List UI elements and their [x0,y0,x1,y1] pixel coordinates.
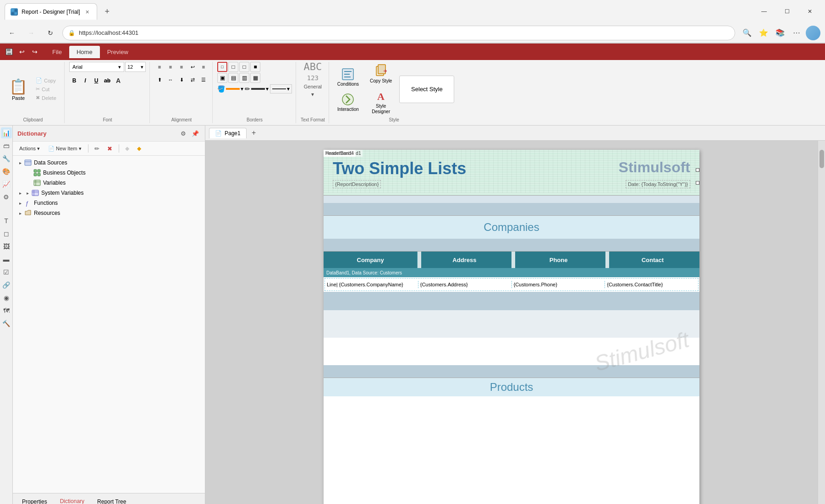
sidebar-icon-styles[interactable]: 🎨 [1,166,12,177]
border-full-btn[interactable]: □ [228,62,238,72]
tab-close-btn[interactable]: × [84,7,91,16]
report-tree-tab[interactable]: Report Tree [92,497,132,504]
sidebar-icon-check[interactable]: ☑ [1,267,12,278]
valign-mid-btn[interactable]: ↔ [165,75,176,85]
undo-indent-btn[interactable]: ↩ [187,62,198,72]
save-quick-btn[interactable] [4,46,15,57]
strikethrough-btn[interactable]: ab [102,76,112,86]
back-btn[interactable]: ← [5,26,19,40]
refresh-btn[interactable]: ↻ [43,26,58,40]
tree-item-business-objects[interactable]: Business Objects [24,168,203,178]
dict-pin-btn[interactable]: 📌 [190,128,200,138]
profile-avatar[interactable] [806,26,820,40]
tree-item-system-variables[interactable]: ▸ ▸ System Variables [15,188,203,198]
col-divider-3[interactable] [605,252,609,268]
conditions-btn[interactable]: Conditions [334,65,363,88]
tree-toggle-data-sources[interactable]: ▸ [16,159,24,166]
font-color-btn[interactable]: A [113,76,123,86]
preview-tab[interactable]: Preview [100,46,136,58]
col-divider-1[interactable] [418,252,421,268]
fill-color-btn[interactable]: 🪣 ▾ [217,85,243,93]
align-left-btn[interactable]: ≡ [154,62,165,72]
sidebar-icon-gauge[interactable]: ◉ [1,292,12,303]
valign-bot-btn[interactable]: ⬇ [176,75,187,85]
valign-top-btn[interactable]: ⬆ [154,75,165,85]
border-top-only-btn[interactable]: □ [217,62,227,72]
border-inner-btn[interactable]: ▣ [217,73,227,83]
maximize-btn[interactable]: ☐ [776,4,798,19]
handle-bot[interactable] [696,181,699,185]
collections-btn[interactable]: 📚 [773,26,787,40]
select-style-btn[interactable]: Select Style [399,76,454,103]
text-dir-btn[interactable]: ⇄ [187,75,198,85]
tree-item-functions[interactable]: ▸ ƒ Functions [15,198,203,208]
address-box[interactable]: 🔒 https://localhost:44301 [62,26,735,40]
right-scrollbar[interactable] [818,141,825,504]
sidebar-icon-chart[interactable]: 📈 [1,179,12,190]
remove-item-btn[interactable]: ✖ [105,143,115,153]
scrollbar-thumb[interactable] [820,150,824,168]
sidebar-icon-text[interactable]: T [1,215,12,226]
sidebar-icon-data[interactable]: 🗃 [1,140,12,151]
cut-btn[interactable]: ✂ Cut [33,85,60,93]
close-btn[interactable]: ✕ [799,4,820,19]
sidebar-icon-components[interactable]: 🔧 [1,153,12,164]
indent-btn[interactable]: ≡ [198,62,209,72]
border-left-btn[interactable]: ▤ [228,73,238,83]
sidebar-icon-shapes[interactable]: ◻ [1,228,12,239]
bold-btn[interactable]: B [69,76,79,86]
interaction-btn[interactable]: Interaction [334,90,363,114]
tree-item-resources[interactable]: ▸ Resources [15,208,203,218]
more-btn[interactable]: ⋯ [789,26,804,40]
add-page-btn[interactable]: + [248,127,259,138]
font-family-dropdown[interactable]: Arial ▾ [69,62,124,72]
tree-toggle-system[interactable]: ▸ [16,189,24,197]
tree-expand-system[interactable]: ▸ [24,189,31,197]
border-shadow-btn[interactable]: ▥ [239,73,249,83]
undo-btn[interactable]: ↩ [16,46,28,57]
new-item-btn[interactable]: 📄 New Item ▾ [45,144,84,153]
sidebar-icon-map[interactable]: 🗺 [1,305,12,316]
sidebar-icon-image[interactable]: 🖼 [1,241,12,252]
style-designer-btn[interactable]: A StyleDesigner [366,87,396,116]
sidebar-icon-report[interactable]: 📊 [1,127,12,138]
properties-tab[interactable]: Properties [16,497,53,504]
favorites-btn[interactable]: ⭐ [756,26,771,40]
tree-item-data-sources[interactable]: ▸ Data Sources [15,158,203,168]
list-btn[interactable]: ☰ [198,75,209,85]
dictionary-tab[interactable]: Dictionary [55,496,90,504]
sidebar-icon-tools[interactable]: 🔨 [1,318,12,329]
tree-toggle-functions[interactable]: ▸ [16,199,24,207]
nav-right-btn[interactable]: ◆ [135,144,144,153]
actions-btn[interactable]: Actions ▾ [16,144,43,153]
new-tab-btn[interactable]: + [101,5,114,18]
sidebar-icon-bar[interactable]: ▬ [1,254,12,265]
browser-tab[interactable]: Report - Designer [Trial] × [5,3,97,20]
font-size-dropdown[interactable]: 12 ▾ [125,62,146,72]
redo-btn[interactable]: ↪ [29,46,40,57]
canvas-scroll[interactable]: ReportTitleBand1 Two Simple Lists Stimul… [205,141,818,504]
tree-toggle-resources[interactable]: ▸ [16,209,24,217]
delete-btn[interactable]: ✖ Delete [33,94,60,102]
file-tab[interactable]: File [45,46,69,58]
line-color-btn[interactable]: ✏ ▾ [245,85,269,93]
border-none-btn[interactable]: □ [239,62,249,72]
handle-top[interactable] [696,168,699,172]
page1-tab[interactable]: 📄 Page1 [209,128,247,138]
search-btn[interactable]: 🔍 [740,26,754,40]
minimize-btn[interactable]: — [754,4,775,19]
align-right-btn[interactable]: ≡ [176,62,187,72]
border-thick-btn[interactable]: ■ [250,62,260,72]
paste-btn[interactable]: 📋 Paste [6,76,31,103]
col-divider-2[interactable] [512,252,515,268]
tree-item-variables[interactable]: Variables [24,178,203,188]
sidebar-icon-settings[interactable]: ⚙ [1,192,12,203]
align-center-btn[interactable]: ≡ [165,62,176,72]
underline-btn[interactable]: U [91,76,101,86]
italic-btn[interactable]: I [80,76,90,86]
forward-btn[interactable]: → [24,26,38,40]
copy-btn[interactable]: 📄 Copy [33,77,60,84]
border-double-btn[interactable]: ▦ [250,73,260,83]
copy-style-btn[interactable]: Copy Style [366,62,396,85]
home-tab[interactable]: Home [69,46,100,58]
